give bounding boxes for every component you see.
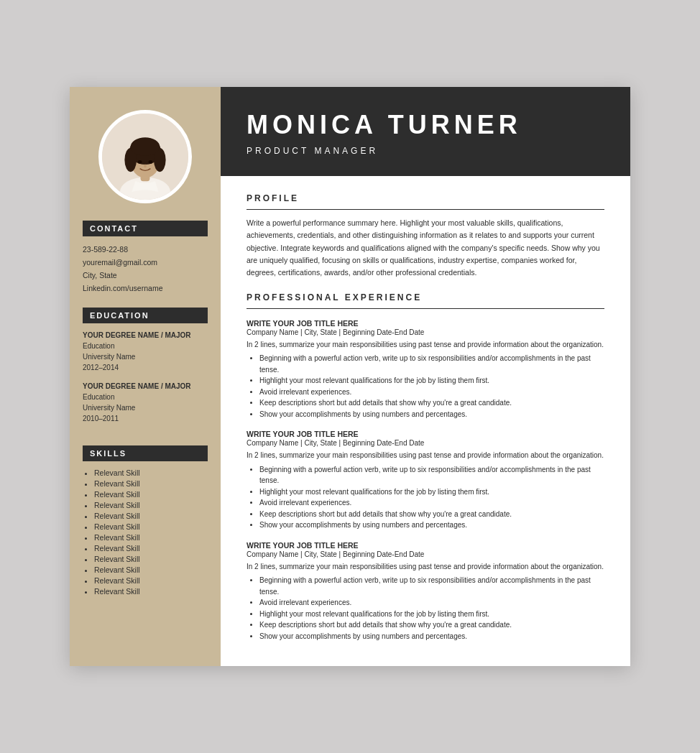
job-title-2: WRITE YOUR JOB TITLE HERE [247,430,604,438]
edu-degree-2: YOUR DEGREE NAME / MAJOR [83,382,208,392]
job-meta-1: Company Name | City, State | Beginning D… [247,328,604,336]
edu-field-2: Education [83,392,208,402]
edu-university-1: University Name [83,351,208,362]
skill-10: Relevant Skill [94,565,208,574]
job-summary-3: In 2 lines, summarize your main responsi… [247,561,604,573]
contact-info: 23-589-22-88 youremail@gmail.com City, S… [83,244,208,295]
profile-text: Write a powerful performance summary her… [247,217,604,280]
bullet: Show your accomplishments by using numbe… [259,519,604,531]
main-content: MONICA TURNER PRODUCT MANAGER PROFILE Wr… [221,87,630,666]
candidate-name: MONICA TURNER [247,110,604,140]
job-summary-2: In 2 lines, summarize your main responsi… [247,450,604,461]
skills-list: Relevant Skill Relevant Skill Relevant S… [83,468,208,596]
contact-section: CONTACT 23-589-22-88 youremail@gmail.com… [70,221,221,295]
job-meta-3: Company Name | City, State | Beginning D… [247,550,604,558]
job-title-1: WRITE YOUR JOB TITLE HERE [247,319,604,328]
experience-divider [247,308,604,309]
skill-2: Relevant Skill [94,479,208,488]
skill-3: Relevant Skill [94,490,208,499]
skills-section: SKILLS Relevant Skill Relevant Skill Rel… [70,445,221,598]
bullet: Highlight your most relevant qualificati… [259,609,604,620]
experience-heading: PROFESSIONAL EXPERIENCE [247,292,604,302]
sidebar: CONTACT 23-589-22-88 youremail@gmail.com… [70,87,221,666]
skill-12: Relevant Skill [94,587,208,596]
job-summary-1: In 2 lines, summarize your main responsi… [247,339,604,351]
bullet: Avoid irrelevant experiences. [259,597,604,609]
edu-years-2: 2010–2011 [83,413,208,424]
svg-point-10 [144,165,147,168]
contact-phone: 23-589-22-88 [83,244,208,257]
contact-location: City, State [83,269,208,282]
job-title-3: WRITE YOUR JOB TITLE HERE [247,541,604,550]
skill-7: Relevant Skill [94,533,208,542]
bullet: Avoid irrelevant experiences. [259,497,604,509]
bullet: Show your accomplishments by using numbe… [259,409,604,420]
edu-degree-1: YOUR DEGREE NAME / MAJOR [83,331,208,341]
job-bullets-2: Beginning with a powerful action verb, w… [247,464,604,531]
skill-6: Relevant Skill [94,522,208,531]
education-heading: EDUCATION [83,308,208,323]
edu-field-1: Education [83,341,208,351]
bullet: Show your accomplishments by using numbe… [259,631,604,642]
skill-4: Relevant Skill [94,501,208,509]
contact-email: youremail@gmail.com [83,257,208,269]
main-header: MONICA TURNER PRODUCT MANAGER [221,87,630,176]
main-body: PROFILE Write a powerful performance sum… [221,176,630,666]
bullet: Keep descriptions short but add details … [259,397,604,409]
bullet: Keep descriptions short but add details … [259,619,604,631]
avatar [98,110,192,203]
job-entry-1: WRITE YOUR JOB TITLE HERE Company Name |… [247,319,604,420]
skills-heading: SKILLS [83,445,208,461]
bullet: Beginning with a powerful action verb, w… [259,575,604,597]
bullet: Beginning with a powerful action verb, w… [259,464,604,486]
profile-divider [247,209,604,210]
job-entry-2: WRITE YOUR JOB TITLE HERE Company Name |… [247,430,604,531]
bullet: Avoid irrelevant experiences. [259,387,604,398]
job-bullets-3: Beginning with a powerful action verb, w… [247,575,604,642]
resume-document: CONTACT 23-589-22-88 youremail@gmail.com… [70,87,630,666]
contact-heading: CONTACT [83,221,208,236]
skill-1: Relevant Skill [94,468,208,477]
bullet: Beginning with a powerful action verb, w… [259,353,604,375]
svg-point-9 [149,160,153,164]
svg-point-7 [131,137,160,156]
education-section: EDUCATION YOUR DEGREE NAME / MAJOR Educa… [70,308,221,433]
bullet: Highlight your most relevant qualificati… [259,375,604,387]
svg-point-8 [138,160,142,164]
job-entry-3: WRITE YOUR JOB TITLE HERE Company Name |… [247,541,604,642]
edu-entry-1: YOUR DEGREE NAME / MAJOR Education Unive… [83,331,208,373]
job-bullets-1: Beginning with a powerful action verb, w… [247,353,604,420]
candidate-title: PRODUCT MANAGER [247,146,604,156]
job-meta-2: Company Name | City, State | Beginning D… [247,439,604,447]
bullet: Highlight your most relevant qualificati… [259,486,604,498]
skill-5: Relevant Skill [94,512,208,520]
photo-area [70,87,221,221]
bullet: Keep descriptions short but add details … [259,509,604,520]
contact-linkedin: Linkedin.com/username [83,282,208,295]
skill-11: Relevant Skill [94,576,208,585]
edu-entry-2: YOUR DEGREE NAME / MAJOR Education Unive… [83,382,208,424]
edu-years-1: 2012–2014 [83,362,208,373]
skill-8: Relevant Skill [94,544,208,553]
edu-university-2: University Name [83,402,208,413]
skill-9: Relevant Skill [94,555,208,563]
profile-heading: PROFILE [247,193,604,203]
